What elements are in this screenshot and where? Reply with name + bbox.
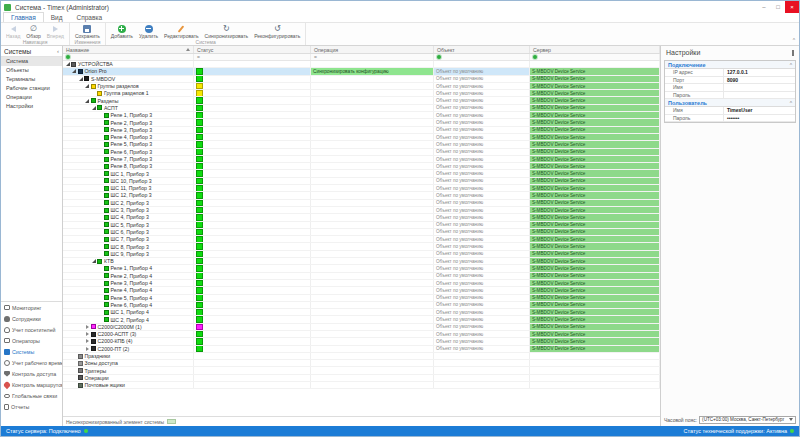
tree-row[interactable]: С2000-ПТ (2)Объект по умолчаниюS-MBDOV D… (63, 346, 660, 353)
settings-field-value[interactable] (723, 92, 795, 99)
expander-expanded-icon[interactable] (65, 62, 70, 66)
tree-row[interactable]: Группы разделовОбъект по умолчаниюS-MBDO… (63, 83, 660, 90)
tree-row[interactable]: Почтовые ящики (63, 382, 660, 389)
tree-row[interactable]: Реле 4, Прибор 4Объект по умолчаниюS-MBD… (63, 287, 660, 294)
sidebar-item-Рабочие станции[interactable]: Рабочие станции (1, 84, 62, 93)
tree-row[interactable]: Orion ProСинхронизировать конфигурациюОб… (63, 68, 660, 75)
sidebar-module-Учет посетителей[interactable]: Учет посетителей (1, 324, 62, 335)
expander-collapsed-icon[interactable] (85, 347, 90, 351)
tree-row[interactable]: ШС 6, Прибор 3Объект по умолчаниюS-MBDOV… (63, 229, 660, 236)
tree-row[interactable]: ШС 4, Прибор 3Объект по умолчаниюS-MBDOV… (63, 214, 660, 221)
ribbon-button[interactable]: Редактировать (161, 24, 202, 39)
tree-row[interactable]: ШС 12, Прибор 3Объект по умолчаниюS-MBDO… (63, 192, 660, 199)
sidebar-module-Системы[interactable]: Системы (1, 346, 62, 357)
expander-expanded-icon[interactable] (85, 84, 90, 88)
minimize-button[interactable]: – (757, 1, 771, 13)
tree-row[interactable]: РазделыОбъект по умолчаниюS-MBDOV Device… (63, 97, 660, 104)
tree-row[interactable]: ШС 11, Прибор 3Объект по умолчаниюS-MBDO… (63, 185, 660, 192)
pin-icon[interactable] (792, 50, 794, 56)
column-header-Объект[interactable]: Объект (434, 46, 530, 53)
maximize-button[interactable]: □ (771, 1, 785, 13)
sidebar-module-Контроль доступа[interactable]: Контроль доступа (1, 368, 62, 379)
tree-row[interactable]: Реле 1, Прибор 4Объект по умолчаниюS-MBD… (63, 265, 660, 272)
expander-collapsed-icon[interactable] (85, 325, 90, 329)
column-header-Операция[interactable]: Операция (311, 46, 434, 53)
expander-expanded-icon[interactable] (72, 69, 77, 73)
settings-field-value[interactable] (723, 84, 795, 91)
column-header-Название[interactable]: Название (63, 46, 194, 53)
sidebar-module-Контроль маршрутов[interactable]: Контроль маршрутов (1, 379, 62, 390)
tree-row[interactable]: КТВОбъект по умолчаниюS-MBDOV Device Ser… (63, 258, 660, 265)
sidebar-item-Терминалы[interactable]: Терминалы (1, 75, 62, 84)
ribbon-button[interactable]: Вперед (44, 24, 67, 39)
tree-row[interactable]: ШС 8, Прибор 3Объект по умолчаниюS-MBDOV… (63, 243, 660, 250)
sidebar-item-Операции[interactable]: Операции (1, 93, 62, 102)
ribbon-button[interactable]: ↻Синхронизировать (202, 24, 252, 39)
tree-row[interactable]: Триггеры (63, 367, 660, 374)
sidebar-collapse-icon[interactable]: ‹ (57, 48, 59, 54)
filter-cell-Операция[interactable]: = (311, 54, 434, 60)
sidebar-item-Настройки[interactable]: Настройки (1, 102, 62, 111)
tree-row[interactable]: Реле 3, Прибор 4Объект по умолчаниюS-MBD… (63, 280, 660, 287)
tree-row[interactable]: Реле 7, Прибор 3Объект по умолчаниюS-MBD… (63, 156, 660, 163)
ribbon-button[interactable]: Удалить (136, 24, 161, 39)
tree-row[interactable]: ШС 2, Прибор 4Объект по умолчаниюS-MBDOV… (63, 316, 660, 323)
tree-row[interactable]: Реле 6, Прибор 4Объект по умолчаниюS-MBD… (63, 302, 660, 309)
tree-row[interactable]: С2000/С2000М (1)Объект по умолчаниюS-MBD… (63, 324, 660, 331)
ribbon-collapse-icon[interactable]: ^ (793, 38, 795, 43)
tree-row[interactable]: ШС 3, Прибор 3Объект по умолчаниюS-MBDOV… (63, 207, 660, 214)
tree-row[interactable]: Реле 6, Прибор 3Объект по умолчаниюS-MBD… (63, 149, 660, 156)
close-button[interactable]: × (785, 1, 799, 13)
sidebar-module-Сотрудники[interactable]: Сотрудники (1, 313, 62, 324)
tree-row[interactable]: Группа разделов 1Объект по умолчаниюS-MB… (63, 90, 660, 97)
tree-row[interactable]: ШС 1, Прибор 4Объект по умолчаниюS-MBDOV… (63, 309, 660, 316)
expander-expanded-icon[interactable] (85, 99, 90, 103)
expander-expanded-icon[interactable] (78, 77, 83, 81)
tree-row[interactable]: Реле 5, Прибор 4Объект по умолчаниюS-MBD… (63, 295, 660, 302)
tree-row[interactable]: Зоны доступа (63, 360, 660, 367)
tree-row[interactable]: ШС 5, Прибор 3Объект по умолчаниюS-MBDOV… (63, 222, 660, 229)
expander-collapsed-icon[interactable] (85, 332, 90, 336)
ribbon-button[interactable]: Сохранить (72, 24, 103, 39)
tree-row[interactable]: АСПТОбъект по умолчаниюS-MBDOV Device Se… (63, 105, 660, 112)
column-header-Статус[interactable]: Статус (194, 46, 311, 53)
tree-row[interactable]: УСТРОЙСТВА (63, 61, 660, 68)
ribbon-button[interactable]: Назад (3, 24, 23, 39)
sidebar-module-Отчеты[interactable]: Отчеты (1, 401, 62, 412)
tree-row[interactable]: S-MBDOVОбъект по умолчаниюS-MBDOV Device… (63, 76, 660, 83)
tree-row[interactable]: ШС 10, Прибор 3Объект по умолчаниюS-MBDO… (63, 178, 660, 185)
settings-field-value[interactable]: 8090 (723, 77, 795, 84)
tree-row[interactable]: ШС 2, Прибор 3Объект по умолчаниюS-MBDOV… (63, 200, 660, 207)
tree-row[interactable]: Праздники (63, 353, 660, 360)
ribbon-button[interactable]: Добавить (108, 24, 136, 39)
sidebar-module-Учет рабочего времени[interactable]: Учет рабочего времени (1, 357, 62, 368)
settings-field-value[interactable]: ••••••• (723, 115, 795, 122)
sidebar-item-Система[interactable]: Система (1, 57, 62, 66)
filter-cell-Название[interactable] (63, 54, 194, 60)
section-collapse-icon[interactable]: ^ (790, 62, 792, 68)
tree-row[interactable]: Реле 2, Прибор 3Объект по умолчаниюS-MBD… (63, 119, 660, 126)
tree-row[interactable]: С2000-АСПТ (3)Объект по умолчаниюS-MBDOV… (63, 331, 660, 338)
tree-row[interactable]: ШС 1, Прибор 3Объект по умолчаниюS-MBDOV… (63, 170, 660, 177)
sidebar-item-Объекты[interactable]: Объекты (1, 66, 62, 75)
sidebar-module-Операторы[interactable]: Операторы (1, 335, 62, 346)
ribbon-button[interactable]: ↺Реконфигурировать (251, 24, 303, 39)
tree-row[interactable]: Реле 5, Прибор 3Объект по умолчаниюS-MBD… (63, 141, 660, 148)
tree-row[interactable]: Реле 8, Прибор 3Объект по умолчаниюS-MBD… (63, 163, 660, 170)
expander-expanded-icon[interactable] (91, 106, 96, 110)
tree-row[interactable]: Операции (63, 375, 660, 382)
settings-field-value[interactable]: 127.0.0.1 (723, 69, 795, 76)
expander-expanded-icon[interactable] (91, 259, 96, 263)
tree-row[interactable]: Реле 4, Прибор 3Объект по умолчаниюS-MBD… (63, 134, 660, 141)
ribbon-tab-3[interactable]: Справка (70, 13, 110, 22)
tree-row[interactable]: Реле 1, Прибор 3Объект по умолчаниюS-MBD… (63, 112, 660, 119)
ribbon-tab-1[interactable]: Главная (3, 12, 44, 22)
tree-row[interactable]: Реле 2, Прибор 4Объект по умолчаниюS-MBD… (63, 273, 660, 280)
tree-row[interactable]: ШС 7, Прибор 3Объект по умолчаниюS-MBDOV… (63, 236, 660, 243)
sidebar-module-Мониторинг[interactable]: Мониторинг (1, 302, 62, 313)
filter-cell-Статус[interactable]: = (194, 54, 311, 60)
tree-row[interactable]: Реле 3, Прибор 3Объект по умолчаниюS-MBD… (63, 127, 660, 134)
filter-cell-Сервер[interactable] (530, 54, 660, 60)
column-header-Сервер[interactable]: Сервер (530, 46, 660, 53)
settings-field-value[interactable]: TimexUser (723, 107, 795, 114)
